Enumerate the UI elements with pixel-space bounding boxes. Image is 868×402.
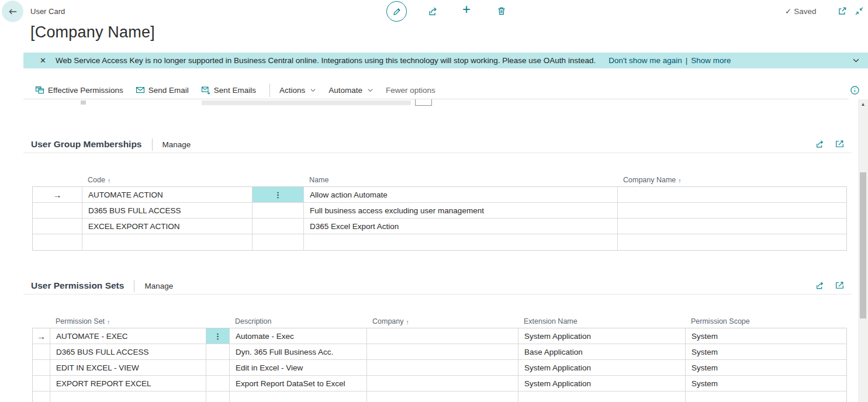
fewer-options-button[interactable]: Fewer options xyxy=(386,86,435,95)
code-cell[interactable]: AUTOMATE ACTION xyxy=(82,187,253,202)
extension-name-cell[interactable] xyxy=(518,391,686,402)
row-options-cell[interactable] xyxy=(206,376,230,391)
permission-scope-cell[interactable]: System xyxy=(686,344,846,359)
section-divider xyxy=(134,280,134,292)
row-indicator-cell xyxy=(33,376,50,391)
row-options-cell[interactable] xyxy=(253,219,304,234)
focus-mode-icon[interactable] xyxy=(835,139,845,149)
permission-set-cell[interactable]: EXPORT REPORT EXCEL xyxy=(50,376,206,391)
permission-scope-cell[interactable]: System xyxy=(686,360,846,375)
section-divider xyxy=(152,138,153,151)
column-header-permission-set[interactable]: Permission Set↑ xyxy=(50,315,206,325)
column-header-name[interactable]: Name xyxy=(303,174,617,184)
manage-button[interactable]: Manage xyxy=(144,282,173,290)
company-cell[interactable] xyxy=(367,360,518,375)
column-header-company-name[interactable]: Company Name↑ xyxy=(617,174,847,184)
share-button[interactable] xyxy=(815,139,825,149)
name-cell[interactable] xyxy=(304,234,618,250)
description-cell[interactable]: Export Report DataSet to Excel xyxy=(230,376,367,391)
description-cell[interactable]: Automate - Exec xyxy=(230,328,367,344)
extension-name-cell[interactable]: System Application xyxy=(518,328,686,344)
new-button[interactable]: + xyxy=(462,4,471,16)
description-cell[interactable]: Edit in Excel - View xyxy=(230,360,367,375)
manage-button[interactable]: Manage xyxy=(162,140,191,149)
share-button[interactable] xyxy=(815,280,825,290)
name-cell[interactable]: Full business access excluding user mana… xyxy=(304,203,618,218)
table-row[interactable]: → AUTOMATE ACTION ⋮ Allow action Automat… xyxy=(33,187,846,203)
clipped-field-input[interactable] xyxy=(202,100,411,105)
info-button[interactable] xyxy=(850,85,860,95)
section-title[interactable]: User Permission Sets xyxy=(31,280,124,291)
code-cell[interactable] xyxy=(82,234,253,250)
company-cell[interactable] xyxy=(367,376,518,391)
back-button[interactable] xyxy=(2,1,23,22)
delete-button[interactable] xyxy=(496,6,507,16)
company-cell[interactable] xyxy=(618,219,846,234)
row-options-cell[interactable]: ⋮ xyxy=(206,328,230,344)
company-cell[interactable] xyxy=(618,203,846,218)
effective-permissions-button[interactable]: Effective Permissions xyxy=(35,85,123,95)
table-row[interactable] xyxy=(33,391,846,402)
row-options-cell[interactable] xyxy=(253,203,304,218)
permission-set-cell[interactable] xyxy=(50,391,206,402)
collapse-button[interactable] xyxy=(855,6,864,16)
column-header-company[interactable]: Company↑ xyxy=(366,315,518,325)
automate-menu-button[interactable]: Automate xyxy=(328,86,374,95)
name-cell[interactable]: D365 Excel Export Action xyxy=(304,219,618,234)
row-options-cell[interactable] xyxy=(206,360,230,375)
table-row[interactable]: EXCEL EXPORT ACTION D365 Excel Export Ac… xyxy=(33,219,846,234)
description-cell[interactable] xyxy=(230,391,367,402)
chevron-down-icon[interactable] xyxy=(852,57,860,64)
extension-name-cell[interactable]: System Application xyxy=(518,376,686,391)
row-options-cell[interactable] xyxy=(206,344,230,359)
company-cell[interactable] xyxy=(618,187,846,202)
column-header-permission-scope[interactable]: Permission Scope xyxy=(685,315,847,325)
column-header-code[interactable]: Code↑ xyxy=(82,174,252,184)
row-options-cell[interactable] xyxy=(206,391,230,402)
extension-name-cell[interactable]: System Application xyxy=(518,360,686,375)
permission-set-cell[interactable]: D365 BUS FULL ACCESS xyxy=(50,344,206,359)
actions-menu-button[interactable]: Actions xyxy=(279,86,316,95)
scroll-up-icon[interactable]: ▲ xyxy=(858,102,868,107)
share-button[interactable] xyxy=(427,6,438,17)
table-row[interactable] xyxy=(33,234,846,250)
send-email-icon xyxy=(136,85,145,95)
permission-scope-cell[interactable] xyxy=(686,391,846,402)
permission-set-cell[interactable]: EDIT IN EXCEL - VIEW xyxy=(50,360,206,375)
permission-set-cell[interactable]: AUTOMATE - EXEC xyxy=(50,328,206,344)
row-indicator-cell xyxy=(33,203,82,218)
permission-scope-cell[interactable]: System xyxy=(686,328,846,344)
permission-scope-cell[interactable]: System xyxy=(686,376,846,391)
table-row[interactable]: D365 BUS FULL ACCESS Dyn. 365 Full Busin… xyxy=(33,344,846,360)
code-cell[interactable]: D365 BUS FULL ACCESS xyxy=(82,203,253,218)
table-row[interactable]: EDIT IN EXCEL - VIEW Edit in Excel - Vie… xyxy=(33,360,846,376)
extension-name-cell[interactable]: Base Application xyxy=(518,344,686,359)
table-row[interactable]: → AUTOMATE - EXEC ⋮ Automate - Exec Syst… xyxy=(33,328,846,344)
company-cell[interactable] xyxy=(367,344,518,359)
popout-button[interactable] xyxy=(837,6,848,16)
show-more-link[interactable]: Show more xyxy=(691,56,731,65)
table-row[interactable]: EXPORT REPORT EXCEL Export Report DataSe… xyxy=(33,376,846,391)
column-header-extension-name[interactable]: Extension Name xyxy=(518,315,685,325)
company-cell[interactable] xyxy=(367,328,518,344)
column-header-description[interactable]: Description xyxy=(229,315,366,325)
dont-show-again-link[interactable]: Don't show me again xyxy=(608,56,682,65)
clipped-checkbox[interactable] xyxy=(415,99,432,106)
company-cell[interactable] xyxy=(367,391,518,402)
sent-emails-button[interactable]: Sent Emails xyxy=(201,85,256,95)
edit-button[interactable] xyxy=(386,1,407,22)
company-cell[interactable] xyxy=(618,234,846,250)
row-options-cell[interactable] xyxy=(253,234,304,250)
code-cell[interactable]: EXCEL EXPORT ACTION xyxy=(82,219,253,234)
name-cell[interactable]: Allow action Automate xyxy=(304,187,618,202)
action-bar-divider xyxy=(269,84,270,97)
close-icon[interactable]: ✕ xyxy=(40,56,46,65)
row-options-cell[interactable]: ⋮ xyxy=(253,187,304,202)
send-email-button[interactable]: Send Email xyxy=(136,85,189,95)
trash-icon xyxy=(496,6,507,16)
table-row[interactable]: D365 BUS FULL ACCESS Full business acces… xyxy=(33,203,846,219)
focus-mode-icon[interactable] xyxy=(835,280,845,290)
section-title[interactable]: User Group Memberships xyxy=(31,139,142,150)
scrollbar-thumb[interactable] xyxy=(860,172,866,318)
description-cell[interactable]: Dyn. 365 Full Business Acc. xyxy=(230,344,367,359)
